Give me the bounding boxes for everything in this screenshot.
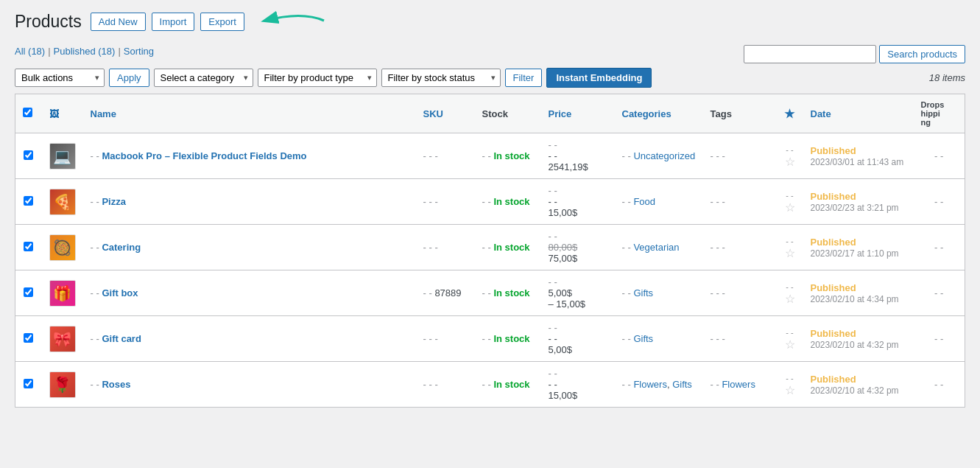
product-sku: - - -	[416, 225, 475, 270]
export-button[interactable]: Export	[200, 13, 244, 31]
product-name-link[interactable]: Gift card	[102, 333, 141, 344]
row-checkbox[interactable]	[24, 150, 33, 160]
product-price: - - 5,00$– 15,00$	[541, 270, 615, 316]
product-thumbnail: 🥘	[49, 234, 76, 261]
table-row: 🎀- - Gift card- - -- - In stock- - - -5,…	[15, 316, 965, 362]
drag-handle: - -	[91, 150, 99, 161]
product-date: Published2023/02/10 at 4:34 pm	[803, 270, 914, 316]
product-date: Published2023/02/10 at 4:32 pm	[803, 362, 914, 408]
th-price[interactable]: Price	[541, 94, 615, 133]
product-thumbnail: 💻	[49, 143, 76, 170]
category-select-wrap: Select a category	[154, 69, 253, 87]
product-categories: - - Gifts	[615, 270, 703, 316]
filter-button[interactable]: Filter	[505, 69, 543, 87]
items-count: 18 items	[929, 72, 965, 83]
product-stock: - - In stock	[475, 270, 541, 316]
price-sort-link[interactable]: Price	[549, 108, 572, 119]
drag-handle: - -	[91, 287, 99, 298]
star-toggle[interactable]: ☆	[785, 156, 795, 168]
category-link[interactable]: Gifts	[672, 379, 692, 390]
row-checkbox[interactable]	[24, 333, 33, 343]
instant-embedding-button[interactable]: Instant Embedding	[546, 68, 652, 88]
row-checkbox[interactable]	[24, 242, 33, 251]
product-categories: - - Food	[615, 179, 703, 225]
th-categories[interactable]: Categories	[615, 94, 703, 133]
stock-status-select-wrap: Filter by stock status	[381, 69, 501, 87]
category-link[interactable]: - - Gifts	[622, 333, 654, 344]
stock-status-select[interactable]: Filter by stock status	[382, 69, 500, 86]
bulk-actions-select-wrap: Bulk actions	[15, 69, 105, 87]
tab-all[interactable]: All (18)	[15, 46, 45, 57]
star-toggle[interactable]: ☆	[785, 293, 795, 305]
product-name-link[interactable]: Macbook Pro – Flexible Product Fields De…	[102, 150, 306, 161]
product-categories: - - Gifts	[615, 316, 703, 362]
product-price: - - - -15,00$	[541, 179, 615, 225]
date-sort-link[interactable]: Date	[811, 108, 831, 119]
product-name-link[interactable]: Catering	[102, 242, 141, 253]
search-products-button[interactable]: Search products	[879, 45, 965, 63]
search-area: Search products	[744, 45, 965, 63]
tab-published[interactable]: Published (18)	[54, 46, 116, 57]
product-name-link[interactable]: Roses	[102, 379, 130, 390]
drag-handle: - -	[91, 196, 99, 207]
star-toggle[interactable]: ☆	[785, 384, 795, 397]
product-tags: - - -	[703, 316, 777, 362]
th-date[interactable]: Date	[803, 94, 914, 133]
table-row: 🎁- - Gift box- - 87889- - In stock- - 5,…	[15, 270, 965, 316]
products-table: 🖼 Name SKU Stock Price Categories Tags ★	[15, 94, 965, 408]
category-link[interactable]: - - Uncategorized	[622, 150, 696, 161]
product-type-select-wrap: Filter by product type	[258, 69, 377, 87]
category-link[interactable]: - - Food	[622, 196, 656, 207]
category-link[interactable]: - - Flowers	[622, 379, 667, 390]
product-price: - - 80,00$75,00$	[541, 225, 615, 270]
th-sku[interactable]: SKU	[416, 94, 475, 133]
product-type-select[interactable]: Filter by product type	[258, 69, 376, 86]
table-row: 🌹- - Roses- - -- - In stock- - - -15,00$…	[15, 362, 965, 408]
th-star[interactable]: ★	[777, 94, 803, 133]
tab-sorting[interactable]: Sorting	[124, 46, 154, 57]
table-row: 🥘- - Catering- - -- - In stock- - 80,00$…	[15, 225, 965, 270]
drag-handle: - -	[91, 242, 99, 253]
row-checkbox[interactable]	[24, 287, 33, 297]
th-name[interactable]: Name	[83, 94, 416, 133]
filter-bar: Bulk actions Apply Select a category Fil…	[15, 68, 965, 88]
row-checkbox[interactable]	[24, 379, 33, 388]
add-new-button[interactable]: Add New	[91, 13, 146, 31]
table-row: 🍕- - Pizza- - -- - In stock- - - -15,00$…	[15, 179, 965, 225]
product-star: - -☆	[777, 225, 803, 270]
th-thumb: 🖼	[42, 94, 83, 133]
row-checkbox[interactable]	[24, 196, 33, 206]
product-dropshipping: - -	[914, 362, 965, 408]
th-checkbox	[15, 94, 42, 133]
sku-sort-link[interactable]: SKU	[423, 108, 443, 119]
category-select[interactable]: Select a category	[155, 69, 253, 86]
category-link[interactable]: - - Vegetarian	[622, 242, 680, 253]
import-button[interactable]: Import	[152, 13, 195, 31]
product-star: - -☆	[777, 133, 803, 179]
product-star: - -☆	[777, 270, 803, 316]
product-categories: - - Uncategorized	[615, 133, 703, 179]
star-toggle[interactable]: ☆	[785, 201, 795, 214]
star-toggle[interactable]: ☆	[785, 247, 795, 259]
search-input[interactable]	[744, 45, 876, 63]
select-all-checkbox[interactable]	[23, 108, 32, 117]
product-name-link[interactable]: Gift box	[102, 287, 138, 298]
apply-button[interactable]: Apply	[109, 69, 149, 87]
tag-link[interactable]: Flowers	[722, 379, 755, 390]
product-sku: - - -	[416, 133, 475, 179]
star-toggle[interactable]: ☆	[785, 338, 795, 351]
bulk-actions-select[interactable]: Bulk actions	[15, 69, 104, 86]
product-stock: - - In stock	[475, 362, 541, 408]
category-link[interactable]: - - Gifts	[622, 287, 654, 298]
product-price: - - - -5,00$	[541, 316, 615, 362]
name-sort-link[interactable]: Name	[91, 108, 116, 119]
product-stock: - - In stock	[475, 179, 541, 225]
product-date: Published2023/02/17 at 1:10 pm	[803, 225, 914, 270]
product-sku: - - -	[416, 316, 475, 362]
product-star: - -☆	[777, 362, 803, 408]
categories-sort-link[interactable]: Categories	[622, 108, 671, 119]
drag-handle: - -	[91, 379, 99, 390]
product-name-link[interactable]: Pizza	[102, 196, 126, 207]
product-dropshipping: - -	[914, 316, 965, 362]
product-stock: - - In stock	[475, 316, 541, 362]
